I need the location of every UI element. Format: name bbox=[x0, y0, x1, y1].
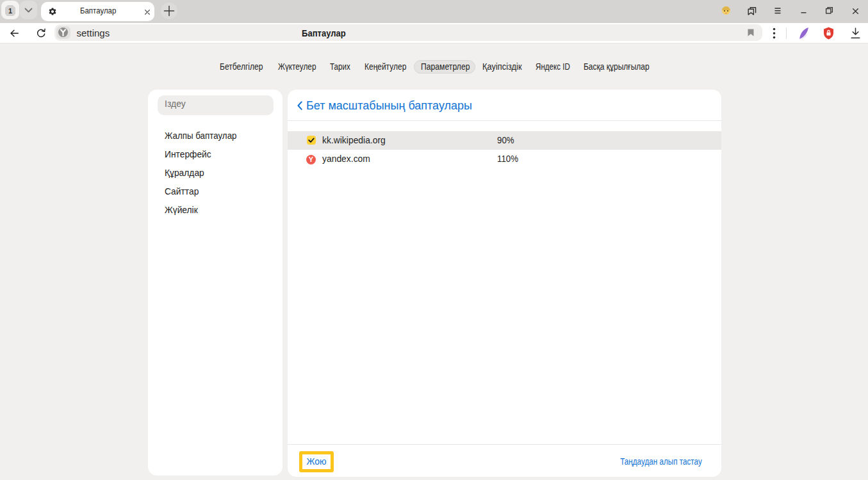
svg-text:1: 1 bbox=[8, 7, 12, 15]
